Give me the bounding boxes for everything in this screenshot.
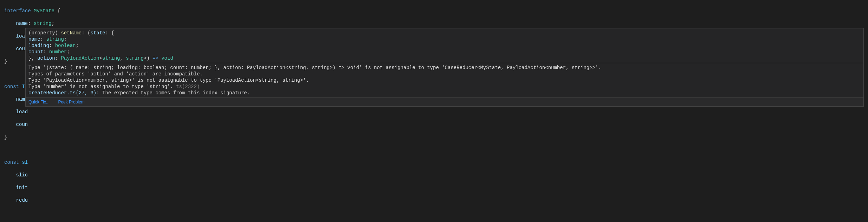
property-name: name: [16, 21, 28, 26]
keyword-const: const: [4, 160, 19, 165]
keyword-const: const: [4, 84, 19, 89]
code-line[interactable]: init: [4, 184, 864, 191]
code-line[interactable]: [4, 210, 864, 216]
error-line: Type 'PayloadAction<number, string>' is …: [28, 77, 861, 83]
code-line[interactable]: interface MyState {: [4, 8, 864, 14]
source-file-link[interactable]: createReducer.ts(27, 3): [28, 90, 96, 96]
brace: }: [4, 59, 7, 64]
code-line[interactable]: [4, 147, 864, 153]
partial-text: redu: [16, 197, 28, 203]
partial-text: init: [16, 185, 28, 190]
peek-problem-link[interactable]: Peek Problem: [58, 100, 84, 105]
brace: {: [54, 8, 60, 14]
code-line[interactable]: slic: [4, 172, 864, 178]
error-code: ts(2322): [176, 84, 200, 89]
type-name: MyState: [34, 8, 54, 14]
code-line[interactable]: coun: [4, 121, 864, 128]
hover-error-message: Type '(state: { name: string; loading: b…: [26, 63, 863, 97]
quick-fix-link[interactable]: Quick Fix...: [28, 100, 50, 105]
code-line[interactable]: name: string;: [4, 20, 864, 27]
const-name: sl: [22, 160, 28, 165]
partial-text: coun: [16, 122, 28, 127]
code-line[interactable]: redu: [4, 197, 864, 203]
hover-actions-bar: Quick Fix... Peek Problem: [26, 97, 863, 106]
hover-tooltip: (property) setName: (state: { name: stri…: [25, 28, 864, 107]
brace: }: [4, 134, 7, 140]
error-source: createReducer.ts(27, 3): The expected ty…: [28, 90, 861, 96]
code-line[interactable]: const sl: [4, 159, 864, 166]
partial-text: slic: [16, 172, 28, 178]
partial-text: load: [16, 109, 28, 115]
error-line: Types of parameters 'action' and 'action…: [28, 71, 861, 77]
type-annotation: string: [34, 21, 51, 26]
code-line[interactable]: load: [4, 109, 864, 115]
keyword-interface: interface: [4, 8, 31, 14]
error-line: Type 'number' is not assignable to type …: [28, 83, 861, 90]
code-line[interactable]: }: [4, 134, 864, 140]
hover-signature: (property) setName: (state: { name: stri…: [26, 28, 863, 63]
error-line: Type '(state: { name: string; loading: b…: [28, 65, 861, 71]
